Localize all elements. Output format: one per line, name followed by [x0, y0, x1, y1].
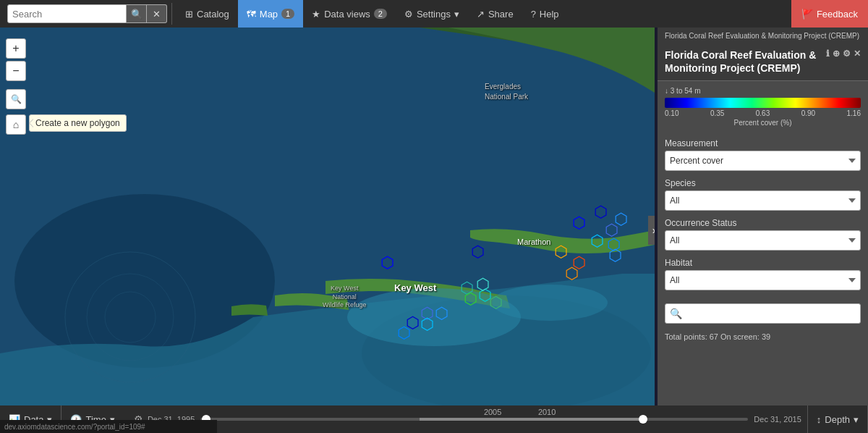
dataviews-icon: ★	[312, 9, 320, 20]
hex-point[interactable]: ⬡	[397, 325, 411, 341]
right-panel: Florida Coral Reef Evaluation & Monitori…	[658, 28, 868, 405]
species-label: Species	[665, 178, 861, 188]
search-container: 🔍 ✕	[7, 4, 167, 23]
tick-0: 0.10	[665, 109, 678, 117]
tick-3: 0.90	[801, 109, 815, 117]
feedback-label: Feedback	[817, 9, 858, 20]
colorbar-axis-label: Percent cover (%)	[665, 119, 861, 127]
zoom-out-button[interactable]: −	[6, 61, 26, 81]
help-label: Help	[540, 9, 559, 20]
timeline-section: ⚙ Dec 31, 1995 2005 2010 Dec 31, 2015	[124, 413, 807, 425]
polygon-tooltip: Create a new polygon	[29, 114, 127, 132]
settings-nav-item[interactable]: ⚙ Settings ▾	[396, 0, 468, 28]
search-button[interactable]: 🔍	[127, 4, 147, 23]
tick-2: 0.63	[756, 109, 770, 117]
panel-search-input[interactable]	[686, 304, 860, 323]
panel-collapse-button[interactable]: ›	[648, 216, 655, 245]
feedback-button[interactable]: 🚩 Feedback	[791, 0, 868, 28]
panel-header-small: Florida Coral Reef Evaluation & Monitori…	[658, 28, 868, 44]
url-text: dev.axiomdatascience.com/?portal_id=109#	[4, 423, 145, 431]
panel-search-icon: 🔍	[665, 308, 686, 319]
depth-label: Depth	[825, 414, 850, 425]
depth-icon: ↕	[817, 414, 822, 425]
hex-point[interactable]: ⬡	[565, 266, 579, 282]
panel-header-small-text: Florida Coral Reef Evaluation & Monitori…	[665, 32, 859, 40]
hex-point[interactable]: ⬡	[572, 215, 586, 231]
zoom-icon[interactable]: ⊕	[833, 49, 840, 59]
habitat-group: Habitat All	[665, 258, 861, 290]
occurrence-group: Occurrence Status All	[665, 218, 861, 251]
dataviews-label: Data views	[324, 9, 370, 20]
timeline-end-label: Dec 31, 2015	[754, 415, 801, 424]
panel-form: Measurement Percent cover Species All Oc…	[658, 133, 868, 303]
hex-point[interactable]: ⬡	[554, 244, 568, 260]
tick-4: 1.16	[847, 109, 861, 117]
share-nav-item[interactable]: ↗ Share	[468, 0, 522, 28]
hex-point[interactable]: ⬡	[489, 295, 503, 311]
close-panel-icon[interactable]: ✕	[854, 49, 861, 59]
nav-right: 🚩 Feedback	[791, 0, 868, 28]
hex-point[interactable]: ⬡	[608, 248, 622, 264]
help-icon: ?	[531, 9, 536, 20]
hex-point[interactable]: ⬡	[476, 277, 490, 293]
species-group: Species All	[665, 178, 861, 211]
species-select[interactable]: All	[665, 190, 861, 211]
panel-stats: Total points: 67 On screen: 39	[658, 329, 868, 347]
hex-point[interactable]: ⬡	[420, 316, 434, 332]
colorbar-section: ↓ 3 to 54 m 0.10 0.35 0.63 0.90 1.16 Per…	[658, 81, 868, 133]
url-bar: dev.axiomdatascience.com/?portal_id=109#	[0, 420, 217, 433]
zoom-fit-button[interactable]: 🔍	[6, 89, 26, 109]
measurement-label: Measurement	[665, 138, 861, 148]
timeline-mid2-label: 2010	[538, 408, 556, 416]
hex-point[interactable]: ⬡	[380, 255, 394, 271]
timeline-range	[420, 418, 639, 421]
panel-search-container: 🔍	[665, 303, 861, 324]
zoom-in-button[interactable]: +	[6, 38, 26, 59]
dataviews-nav-item[interactable]: ★ Data views 2	[303, 0, 396, 28]
panel-icon-group: ℹ ⊕ ⚙ ✕	[826, 49, 861, 59]
depth-bottom-item[interactable]: ↕ Depth ▾	[807, 405, 868, 433]
info-icon[interactable]: ℹ	[826, 49, 830, 59]
share-icon: ↗	[477, 9, 485, 20]
measurement-group: Measurement Percent cover	[665, 138, 861, 171]
catalog-nav-item[interactable]: ⊞ Catalog	[176, 0, 238, 28]
depth-label: ↓ 3 to 54 m	[665, 87, 861, 95]
tick-1: 0.35	[710, 109, 724, 117]
svg-point-4	[492, 285, 608, 321]
nav-separator	[171, 3, 172, 25]
settings-panel-icon[interactable]: ⚙	[843, 49, 851, 59]
search-input[interactable]	[7, 4, 127, 23]
dataviews-count-badge: 2	[374, 9, 387, 19]
occurrence-label: Occurrence Status	[665, 218, 861, 228]
habitat-label: Habitat	[665, 258, 861, 268]
map-svg	[0, 28, 655, 405]
map-count-badge: 1	[281, 9, 294, 19]
timeline-thumb-right[interactable]	[639, 415, 647, 424]
draw-polygon-button[interactable]: ⌂	[6, 114, 26, 135]
share-label: Share	[488, 9, 514, 20]
panel-title-text: Florida Coral Reef Evaluation & Monitori…	[665, 49, 822, 75]
feedback-icon: 🚩	[801, 9, 813, 20]
map-background: EvergladesNational Park Marathon Key Wes…	[0, 28, 655, 405]
hex-point[interactable]: ⬡	[594, 204, 608, 220]
depth-chevron-icon: ▾	[854, 414, 859, 425]
settings-chevron-icon: ▾	[454, 9, 459, 20]
habitat-select[interactable]: All	[665, 270, 861, 290]
hex-point[interactable]: ⬡	[590, 233, 604, 249]
timeline-bar[interactable]	[200, 418, 748, 421]
colorbar-ticks: 0.10 0.35 0.63 0.90 1.16	[665, 109, 861, 117]
map-label: Map	[260, 9, 278, 20]
map-nav-item[interactable]: 🗺 Map 1	[238, 0, 303, 28]
hex-point[interactable]: ⬡	[464, 291, 477, 307]
panel-title-section: Florida Coral Reef Evaluation & Monitori…	[658, 44, 868, 81]
clear-search-button[interactable]: ✕	[147, 4, 167, 23]
catalog-icon: ⊞	[185, 9, 193, 20]
timeline-mid1-label: 2005	[484, 408, 501, 416]
help-nav-item[interactable]: ? Help	[522, 0, 568, 28]
map-icon: 🗺	[247, 9, 256, 20]
measurement-select[interactable]: Percent cover	[665, 151, 861, 171]
hex-point[interactable]: ⬡	[471, 244, 485, 260]
hex-point[interactable]: ⬡	[435, 306, 448, 321]
map-container[interactable]: EvergladesNational Park Marathon Key Wes…	[0, 28, 655, 405]
occurrence-select[interactable]: All	[665, 230, 861, 251]
